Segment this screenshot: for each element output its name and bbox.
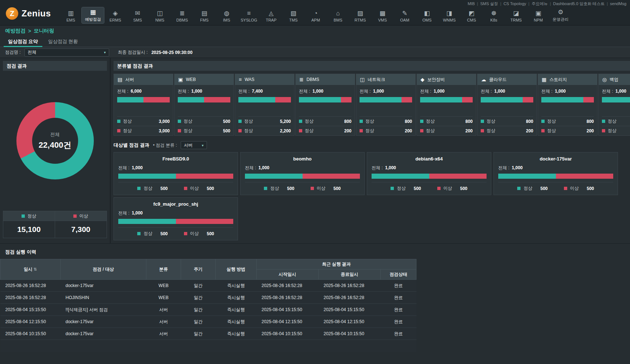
menu-item-ims[interactable]: ◍ IMS bbox=[215, 8, 238, 23]
fms-icon: ▤ bbox=[201, 10, 207, 17]
history-row[interactable]: 2025-08-26 16:52:28 docker-175var WEB 일간… bbox=[0, 280, 416, 292]
rtms-icon: ▨ bbox=[357, 10, 363, 17]
utility-link[interactable]: SMS 설정 bbox=[480, 1, 498, 6]
menu-item-preventive-check[interactable]: ▦ 예방점검 bbox=[82, 7, 104, 23]
summary-legend-error: 이상 bbox=[55, 211, 107, 221]
normal-color-swatch bbox=[264, 187, 267, 190]
legend-label: 정상 bbox=[487, 128, 495, 134]
category-bar bbox=[299, 97, 352, 102]
menu-item-tms[interactable]: ▧ TMS bbox=[282, 8, 304, 23]
menu-item-ops[interactable]: ⚙ 운영관리 bbox=[549, 7, 572, 23]
col-recent-group: 최근 실행 결과 bbox=[257, 259, 416, 270]
menu-item-sms[interactable]: ✉ SMS bbox=[126, 8, 149, 23]
check-name-select[interactable]: 전체 ▾ bbox=[24, 49, 109, 57]
menu-item-dbms[interactable]: ≣ DBMS bbox=[171, 8, 193, 23]
legend-value: 800 bbox=[465, 119, 473, 124]
target-total: 전체 : 1,000 bbox=[118, 165, 233, 171]
legend-value: 200 bbox=[465, 128, 473, 133]
category-total: 전체 : 1,000 bbox=[299, 88, 352, 94]
menu-item-vms[interactable]: ▩ VMS bbox=[371, 8, 393, 23]
menu-item-npm[interactable]: ▣ NPM bbox=[527, 8, 549, 23]
target-name: docker-175var bbox=[498, 156, 613, 162]
legend-label: 정상 bbox=[365, 118, 374, 124]
legend-color-swatch bbox=[420, 120, 423, 123]
target-legend-normal: 정상500 bbox=[391, 185, 421, 191]
tab-daily-check-status[interactable]: 일상점검 현황 bbox=[43, 36, 83, 47]
error-bar-segment bbox=[176, 174, 234, 179]
target-legend: 정상500 이상500 bbox=[118, 182, 233, 191]
utility-link[interactable]: Dashboard5.0 암호화 테스트 bbox=[553, 1, 604, 6]
history-row[interactable]: 2025-08-04 10:15:50 docker-175var 서버 일간 … bbox=[0, 328, 416, 340]
logo[interactable]: Z Zenius bbox=[0, 7, 57, 25]
category-name: 스토리지 bbox=[549, 77, 567, 83]
menu-item-oms[interactable]: ◧ OMS bbox=[416, 8, 438, 23]
legend-row: 정상 800 bbox=[360, 116, 412, 126]
menu-item-syslog[interactable]: ≡ SYSLOG bbox=[238, 8, 260, 23]
ops-icon: ⚙ bbox=[558, 9, 563, 16]
legend-color-swatch bbox=[420, 129, 423, 132]
target-legend-error: 이상500 bbox=[564, 185, 594, 191]
history-row[interactable]: 2025-08-26 16:52:28 HOJINSHIN WEB 일간 즉시실… bbox=[0, 292, 416, 304]
target-card: debian6-x64 전체 : 1,000 정상500 이상500 bbox=[367, 152, 491, 195]
target-legend: 정상500 이상500 bbox=[245, 182, 360, 191]
legend-value: 3,000 bbox=[159, 119, 170, 124]
utility-link[interactable]: 주요메뉴 bbox=[531, 1, 548, 6]
category-bar bbox=[178, 97, 230, 102]
target-bar bbox=[245, 174, 360, 179]
legend-value: 2,200 bbox=[280, 128, 291, 133]
col-datetime[interactable]: 일시⇅ bbox=[0, 259, 61, 280]
sort-icon[interactable]: ⇅ bbox=[34, 267, 37, 271]
error-bar-segment bbox=[275, 97, 291, 102]
donut-center-value: 22,400건 bbox=[39, 140, 71, 151]
normal-bar-segment bbox=[117, 97, 143, 102]
error-bar-segment bbox=[303, 174, 360, 179]
breadcrumb-section[interactable]: 예방점검 bbox=[5, 28, 26, 34]
menu-item-trms[interactable]: ◪ TRMS bbox=[505, 8, 527, 23]
menu-item-oam[interactable]: ✎ OAM bbox=[393, 8, 416, 23]
utility-link[interactable]: CS Topology bbox=[503, 1, 526, 6]
category-total: 전체 : 1,000 bbox=[481, 88, 533, 94]
category-cards: ▤ 서버 전체 : 6,000 정상 3,000 정상 3,000 ▣ WEB … bbox=[114, 74, 630, 136]
menu-item-apm[interactable]: ◔ APM bbox=[304, 8, 327, 23]
tab-daily-check-summary[interactable]: 일상점검 요약 bbox=[3, 36, 43, 47]
legend-label: 정상 bbox=[547, 128, 556, 134]
category-bar bbox=[238, 97, 291, 102]
menu-item-cms[interactable]: ◩ CMS bbox=[460, 8, 483, 23]
menu-item-wnms[interactable]: ◨ WNMS bbox=[438, 8, 460, 23]
donut-hole: 전체 22,400건 bbox=[32, 118, 78, 164]
legend-label: 정상 bbox=[608, 128, 616, 134]
menu-item-ems[interactable]: ▥ EMS bbox=[59, 8, 82, 23]
normal-bar-segment bbox=[118, 219, 176, 224]
target-legend-normal: 정상500 bbox=[264, 185, 294, 191]
donut-wrap: 전체 22,400건 bbox=[3, 71, 107, 211]
legend-color-swatch bbox=[541, 120, 545, 123]
history-row-partial bbox=[0, 340, 416, 352]
legend-row: 정상 200 bbox=[420, 126, 473, 135]
legend-row: 정상 3,000 bbox=[117, 126, 170, 135]
menu-item-k8s[interactable]: ☸ K8s bbox=[483, 8, 505, 23]
menu-item-nms[interactable]: ◫ NMS bbox=[149, 8, 171, 23]
target-category-select[interactable]: 서버 ▾ bbox=[181, 141, 207, 149]
normal-color-swatch bbox=[391, 187, 394, 190]
category-legend: 정상 800 정상 200 bbox=[420, 116, 473, 135]
history-row[interactable]: 2025-08-04 15:15:50 !![삭제금지] 서버 점검 서버 일간… bbox=[0, 304, 416, 316]
target-card: beomho 전체 : 1,000 정상500 이상500 bbox=[240, 152, 365, 195]
syslog-icon: ≡ bbox=[247, 10, 251, 17]
dbms-icon: ≣ bbox=[180, 10, 185, 17]
target-legend-normal: 정상500 bbox=[137, 185, 168, 191]
category-legend: 정상 5,200 정상 2,200 bbox=[238, 116, 291, 135]
menu-item-trap[interactable]: ◬ TRAP bbox=[260, 8, 282, 23]
menu-item-erms[interactable]: ◈ ERMS bbox=[104, 8, 126, 23]
utility-link[interactable]: MIB bbox=[468, 1, 475, 6]
zenius-logo-icon: Z bbox=[6, 7, 18, 20]
category-name: 백업 bbox=[610, 77, 618, 83]
utility-link[interactable]: sendMsg bbox=[610, 1, 626, 6]
error-color-swatch bbox=[73, 214, 77, 218]
menu-item-rtms[interactable]: ▨ RTMS bbox=[349, 8, 371, 23]
normal-bar-segment bbox=[372, 174, 429, 179]
menu-item-fms[interactable]: ▤ FMS bbox=[193, 8, 215, 23]
history-row[interactable]: 2025-08-04 12:15:50 docker-175var 서버 일간 … bbox=[0, 316, 416, 328]
bms-icon: ⌂ bbox=[336, 10, 340, 17]
web-icon: ▣ bbox=[178, 77, 183, 82]
menu-item-bms[interactable]: ⌂ BMS bbox=[327, 8, 349, 23]
